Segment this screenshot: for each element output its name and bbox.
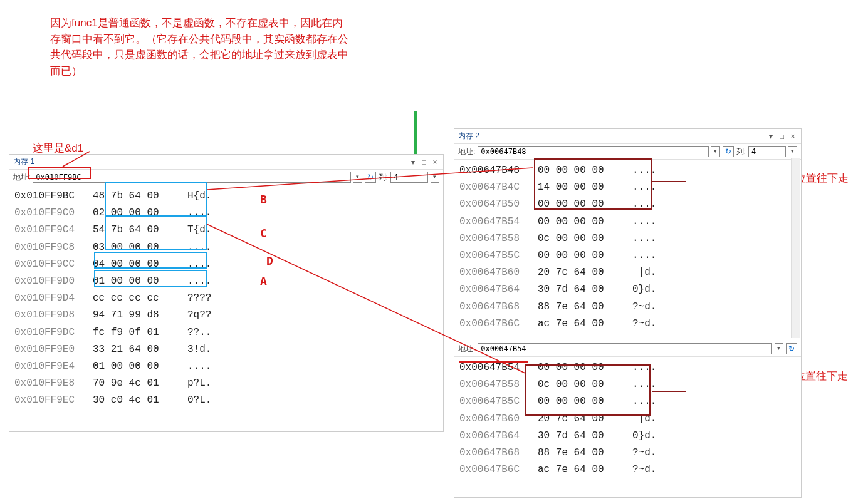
memory-ascii: .... xyxy=(184,273,227,290)
memory-ascii: .... xyxy=(184,358,227,375)
memory-address: 0x010FF9C0 xyxy=(14,205,86,222)
memory-row[interactable]: 0x010FF9D4cc cc cc cc???? xyxy=(14,290,438,307)
panel1-cols-label: 列: xyxy=(379,172,388,183)
memory-ascii: .... xyxy=(629,247,672,264)
panel2-refresh2-icon[interactable]: ↻ xyxy=(786,343,797,354)
memory-row[interactable]: 0x00647B6020 7c 64 00 |d. xyxy=(459,411,796,428)
memory-row[interactable]: 0x00647B6020 7c 64 00 |d. xyxy=(459,264,796,281)
memory-row[interactable]: 0x010FF9E870 9e 4c 01p?L. xyxy=(14,375,438,392)
panel2-menu-icon[interactable]: ▾ xyxy=(766,132,775,141)
panel2-addr-bar2: 地址: ▾ ↻ xyxy=(454,341,801,357)
memory-row[interactable]: 0x00647B580c 00 00 00.... xyxy=(459,230,796,247)
memory-hex: fc f9 0f 01 xyxy=(86,324,184,341)
panel2-addr2-label: 地址: xyxy=(458,344,475,354)
memory-row[interactable]: 0x010FF9D001 00 00 00.... xyxy=(14,273,438,290)
memory-row[interactable]: 0x010FF9E033 21 64 003!d. xyxy=(14,341,438,358)
panel1-addr-input[interactable] xyxy=(33,172,350,183)
memory-address: 0x00647B68 xyxy=(459,299,531,316)
memory-row[interactable]: 0x00647B6888 7e 64 00?~d. xyxy=(459,445,796,461)
memory-row[interactable]: 0x010FF9EC30 c0 4c 010?L. xyxy=(14,392,438,409)
memory-hex: 01 00 00 00 xyxy=(86,273,184,290)
memory-row[interactable]: 0x010FF9C454 7b 64 00T{d. xyxy=(14,222,438,239)
memory-row[interactable]: 0x00647B4800 00 00 00.... xyxy=(459,162,796,179)
memory-row[interactable]: 0x010FF9E401 00 00 00.... xyxy=(14,358,438,375)
memory-hex: 30 c0 4c 01 xyxy=(86,392,184,409)
memory-address: 0x010FF9EC xyxy=(14,392,86,409)
panel2-addr2-dropdown-icon[interactable]: ▾ xyxy=(775,343,783,354)
memory-address: 0x00647B5C xyxy=(459,393,531,410)
memory-row[interactable]: 0x010FF9C002 00 00 00.... xyxy=(14,205,438,222)
memory-row[interactable]: 0x010FF9D894 71 99 d8?q?? xyxy=(14,307,438,324)
memory-row[interactable]: 0x00647B6Cac 7e 64 00?~d. xyxy=(459,461,796,478)
panel1-cols-dropdown-icon[interactable]: ▾ xyxy=(431,172,439,183)
panel2-close-icon[interactable]: × xyxy=(788,132,797,141)
panel2-addr-bar: 地址: ▾ ↻ 列: ▾ xyxy=(454,144,801,160)
memory-row[interactable]: 0x00647B5400 00 00 00.... xyxy=(459,213,796,230)
memory-ascii: 0}d. xyxy=(629,428,672,445)
memory-ascii: .... xyxy=(184,256,227,273)
memory-address: 0x010FF9D8 xyxy=(14,307,86,324)
memory-hex: cc cc cc cc xyxy=(86,290,184,307)
memory-address: 0x010FF9DC xyxy=(14,324,86,341)
memory-row[interactable]: 0x00647B6888 7e 64 00?~d. xyxy=(459,299,796,316)
memory-hex: 70 9e 4c 01 xyxy=(86,375,184,392)
panel2-memory-body-top: 0x00647B4800 00 00 00....0x00647B4C14 00… xyxy=(454,160,801,341)
memory-row[interactable]: 0x00647B580c 00 00 00.... xyxy=(459,376,796,393)
memory-address: 0x010FF9E8 xyxy=(14,375,86,392)
panel2-cols-input[interactable] xyxy=(748,146,786,157)
memory-row[interactable]: 0x010FF9CC04 00 00 00.... xyxy=(14,256,438,273)
memory-row[interactable]: 0x00647B6430 7d 64 000}d. xyxy=(459,428,796,445)
memory-ascii: |d. xyxy=(629,411,672,428)
panel2-popout-icon[interactable]: □ xyxy=(778,132,787,141)
memory-hex: 0c 00 00 00 xyxy=(531,230,629,247)
memory-ascii: ?~d. xyxy=(629,299,672,316)
memory-row[interactable]: 0x00647B5C00 00 00 00.... xyxy=(459,247,796,264)
panel1-menu-icon[interactable]: ▾ xyxy=(409,158,417,167)
memory-ascii: .... xyxy=(629,230,672,247)
underline-addr xyxy=(459,361,528,363)
memory-hex: 20 7c 64 00 xyxy=(531,411,629,428)
memory-address: 0x010FF9C4 xyxy=(14,222,86,239)
memory-address: 0x010FF9C8 xyxy=(14,239,86,256)
panel2-cols-dropdown-icon[interactable]: ▾ xyxy=(788,146,797,157)
memory-address: 0x00647B6C xyxy=(459,461,531,478)
memory-row[interactable]: 0x010FF9DCfc f9 0f 01??.. xyxy=(14,324,438,341)
memory-address: 0x010FF9CC xyxy=(14,256,86,273)
memory-ascii: 0?L. xyxy=(184,392,227,409)
panel2-controls: ▾ □ × xyxy=(766,132,797,141)
panel1-cols-input[interactable] xyxy=(390,172,428,183)
label-B: B xyxy=(260,193,267,206)
memory-address: 0x00647B48 xyxy=(459,162,531,179)
memory-address: 0x00647B58 xyxy=(459,376,531,393)
panel2-addr-label: 地址: xyxy=(458,147,475,157)
memory-address: 0x010FF9D4 xyxy=(14,290,86,307)
memory-panel-1: 内存 1 ▾ □ × 地址: ▾ ↻ 列: ▾ 0x010FF9BC48 7b … xyxy=(9,154,444,432)
memory-address: 0x00647B60 xyxy=(459,411,531,428)
panel2-scrollbar-top[interactable] xyxy=(791,158,800,338)
panel1-popout-icon[interactable]: □ xyxy=(420,158,429,167)
memory-row[interactable]: 0x00647B6430 7d 64 000}d. xyxy=(459,281,796,298)
panel2-addr2-input[interactable] xyxy=(478,343,772,354)
panel1-refresh-icon[interactable]: ↻ xyxy=(365,172,376,183)
memory-ascii: .... xyxy=(629,162,672,179)
panel1-addr-dropdown-icon[interactable]: ▾ xyxy=(353,172,362,183)
memory-row[interactable]: 0x00647B5C00 00 00 00.... xyxy=(459,393,796,410)
memory-ascii: .... xyxy=(629,393,672,410)
memory-hex: 00 00 00 00 xyxy=(531,359,629,376)
memory-ascii: ?~d. xyxy=(629,461,672,478)
panel2-cols-label: 列: xyxy=(736,147,746,157)
panel2-refresh-icon[interactable]: ↻ xyxy=(723,146,734,157)
note-func1: 因为func1是普通函数，不是虚函数，不存在虚表中，因此在内存窗口中看不到它。（… xyxy=(50,15,351,79)
memory-ascii: 0}d. xyxy=(629,281,672,298)
panel1-close-icon[interactable]: × xyxy=(431,158,439,167)
memory-row[interactable]: 0x010FF9BC48 7b 64 00H{d. xyxy=(14,188,438,205)
panel2-addr-dropdown-icon[interactable]: ▾ xyxy=(711,146,720,157)
panel2-addr-input[interactable] xyxy=(478,146,708,157)
memory-ascii: ?q?? xyxy=(184,307,227,324)
memory-row[interactable]: 0x010FF9C803 00 00 00.... xyxy=(14,239,438,256)
memory-hex: 54 7b 64 00 xyxy=(86,222,184,239)
memory-row[interactable]: 0x00647B5000 00 00 00.... xyxy=(459,196,796,213)
memory-row[interactable]: 0x00647B4C14 00 00 00.... xyxy=(459,179,796,196)
memory-row[interactable]: 0x00647B6Cac 7e 64 00?~d. xyxy=(459,316,796,332)
memory-ascii: p?L. xyxy=(184,375,227,392)
